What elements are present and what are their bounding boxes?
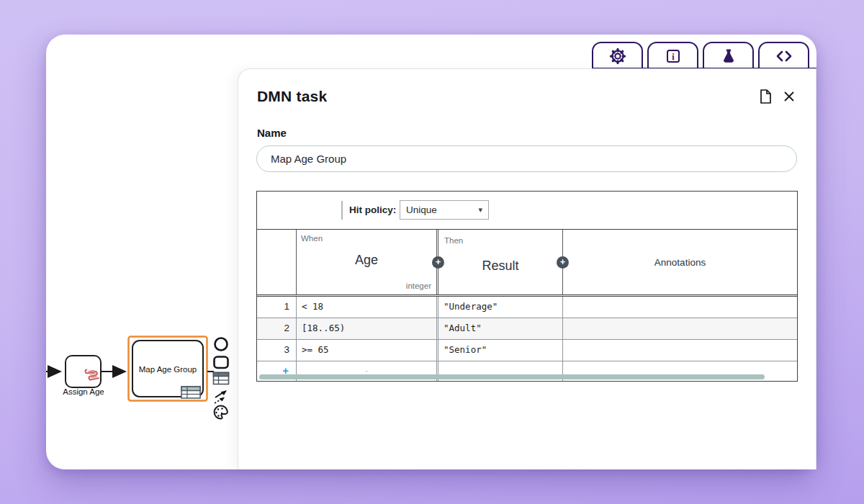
rule-input-cell[interactable]: >= 65 [297,340,438,361]
rule-annotation-cell[interactable] [563,318,797,339]
hit-policy-row: Hit policy: Unique ▾ [257,192,797,230]
tab-lab[interactable] [703,42,754,69]
info-icon: i [665,48,682,65]
rule-row: 2 [18..65) "Adult" [257,318,797,340]
rule-number: 1 [257,297,297,318]
table-header-row: When Age integer Then Result Annotations… [257,230,797,297]
gear-icon [608,47,627,66]
properties-panel: DMN task Name Hit policy: [238,68,816,469]
rule-output-cell[interactable]: "Underage" [438,297,563,318]
bpmn-canvas: Assign Age Map Age Group [36,310,241,443]
hit-policy-label: Hit policy: [349,192,396,229]
document-icon[interactable] [758,89,773,107]
add-rule-row: + - [257,361,797,381]
rule-input-cell[interactable]: < 18 [297,297,438,318]
palette-icon[interactable] [215,405,228,418]
tab-info[interactable]: i [647,42,698,69]
decision-table: Hit policy: Unique ▾ When Age integer Th… [256,191,798,382]
tab-code[interactable] [758,42,809,69]
input-column-header[interactable]: When Age integer [297,230,438,294]
rule-annotation-cell[interactable] [563,340,797,361]
rule-output-cell[interactable]: "Adult" [438,318,563,339]
append-end-event-icon[interactable] [215,338,228,351]
append-task-icon[interactable] [215,357,228,369]
task-map-age-group-label: Map Age Group [139,365,197,374]
add-output-column-button[interactable]: + [557,256,569,269]
name-label: Name [257,127,287,139]
add-input-column-button[interactable]: + [432,256,444,269]
rule-row: 3 >= 65 "Senior" [257,340,797,361]
name-input[interactable] [256,145,797,172]
rule-output-cell[interactable]: "Senior" [438,340,563,361]
rule-row: 1 < 18 "Underage" [257,297,797,318]
contextpad [214,338,229,419]
input-column-name[interactable]: Age [297,253,436,268]
svg-text:i: i [672,52,675,62]
code-icon [775,48,793,64]
connect-tool-icon[interactable] [215,390,227,403]
output-column-name[interactable]: Result [438,258,562,274]
hit-policy-value: Unique [406,204,437,215]
chevron-down-icon: ▾ [478,205,482,215]
task-assign-age-label: Assign Age [63,387,104,396]
panel-title: DMN task [257,88,327,105]
then-label: Then [444,236,463,245]
rule-input-cell[interactable]: [18..65) [297,318,438,339]
annotations-label: Annotations [563,257,797,268]
output-column-header[interactable]: Then Result [438,230,563,294]
horizontal-scrollbar[interactable] [259,374,765,379]
app-window: i [0,0,864,504]
rule-number: 2 [257,318,297,339]
header-number-cell [257,230,297,294]
tab-settings[interactable] [592,42,643,69]
hit-policy-select[interactable]: Unique ▾ [400,200,489,220]
view-tabbar: i [592,42,816,69]
close-icon[interactable] [783,90,796,106]
dmn-table-marker-icon [181,387,200,398]
when-label: When [301,234,323,243]
rule-annotation-cell[interactable] [563,297,797,318]
hit-policy-divider [341,201,343,220]
input-column-type[interactable]: integer [406,282,431,290]
rule-number: 3 [257,340,297,361]
flask-icon [720,48,737,65]
annotations-column-header: Annotations [563,230,797,294]
append-decision-table-icon[interactable] [214,373,229,384]
